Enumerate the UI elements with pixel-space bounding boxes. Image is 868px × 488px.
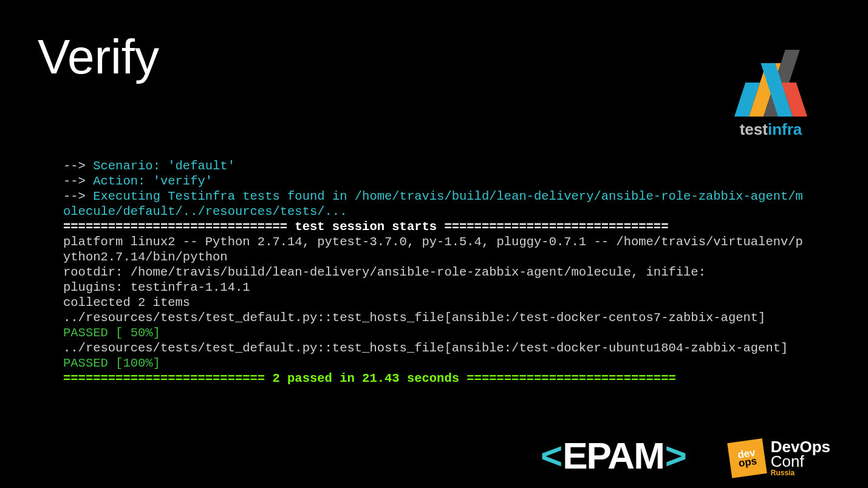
- epam-logo: < epam >: [541, 434, 686, 477]
- term-line: plugins: testinfra-1.14.1: [63, 280, 250, 294]
- term-line: ============================== test sess…: [63, 220, 668, 234]
- testinfra-text: testinfra: [716, 120, 825, 139]
- term-line: rootdir: /home/travis/build/lean-deliver…: [63, 265, 706, 279]
- testinfra-bars-icon: [716, 50, 825, 117]
- devopsconf-text: DevOps Conf Russia: [771, 439, 830, 477]
- devops-badge-icon: dev ops: [727, 438, 767, 478]
- term-line: platform linux2 -- Python 2.7.14, pytest…: [63, 235, 803, 264]
- term-line: ../resources/tests/test_default.py::test…: [63, 341, 788, 355]
- term-line: -->: [63, 159, 93, 173]
- terminal-output: --> Scenario: 'default' --> Action: 'ver…: [63, 143, 804, 386]
- term-line: collected 2 items: [63, 296, 190, 310]
- angle-bracket-icon: <: [541, 434, 561, 477]
- term-line: -->: [63, 174, 93, 188]
- angle-bracket-icon: >: [665, 434, 686, 477]
- testinfra-logo: testinfra: [716, 50, 825, 139]
- term-line: Action: 'verify': [93, 174, 213, 188]
- slide: Verify testinfra --> Scenario: 'default'…: [0, 0, 868, 488]
- term-line: -->: [63, 189, 93, 203]
- slide-title: Verify: [38, 29, 159, 85]
- term-line-passed: PASSED [100%]: [63, 356, 160, 370]
- term-line-passed: PASSED [ 50%]: [63, 326, 160, 340]
- devopsconf-logo: dev ops DevOps Conf Russia: [730, 439, 830, 477]
- term-line-summary: =========================== 2 passed in …: [63, 371, 676, 385]
- term-line: Scenario: 'default': [93, 159, 235, 173]
- term-line: ../resources/tests/test_default.py::test…: [63, 311, 765, 325]
- epam-word: epam: [561, 434, 665, 477]
- term-line: Executing Testinfra tests found in /home…: [63, 189, 803, 219]
